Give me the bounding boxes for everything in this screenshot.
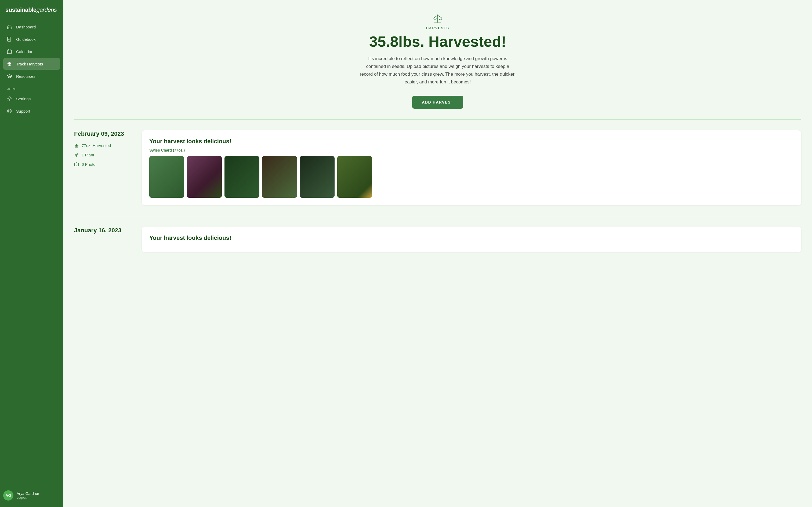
app-logo: sustainablegardens <box>0 0 63 21</box>
harvest-photo[interactable] <box>187 156 222 198</box>
main-content: HARVESTS 35.8lbs. Harvested! It's incred… <box>63 0 812 507</box>
sidebar-item-label: Support <box>16 109 30 113</box>
card-title: Your harvest looks delicious! <box>149 234 794 241</box>
add-harvest-button[interactable]: ADD HARVEST <box>412 96 463 109</box>
harvest-date: February 09, 2023 <box>74 130 133 137</box>
hero-section: HARVESTS 35.8lbs. Harvested! It's incred… <box>63 0 812 119</box>
logout-link[interactable]: Logout <box>17 496 39 500</box>
harvest-card: Your harvest looks delicious! Swiss Char… <box>142 130 801 205</box>
sidebar-item-resources[interactable]: Resources <box>3 70 60 82</box>
sidebar-item-label: Resources <box>16 74 36 78</box>
hero-title: 35.8lbs. Harvested! <box>74 33 801 50</box>
harvest-photo[interactable] <box>224 156 259 198</box>
sidebar-item-guidebook[interactable]: Guidebook <box>3 33 60 45</box>
svg-rect-0 <box>9 27 10 29</box>
harvest-plants: 1 Plant <box>82 153 94 157</box>
svg-rect-2 <box>7 50 11 54</box>
sidebar-item-label: Calendar <box>16 49 33 54</box>
harvest-entry: January 16, 2023 Your harvest looks deli… <box>74 216 801 263</box>
harvest-meta: January 16, 2023 <box>74 227 133 252</box>
sidebar-item-label: Dashboard <box>16 25 36 29</box>
sidebar-item-label: Track Harvests <box>16 62 43 66</box>
calendar-icon <box>6 49 12 54</box>
sidebar-item-track-harvests[interactable]: Track Harvests <box>3 58 60 70</box>
svg-point-5 <box>9 98 10 100</box>
svg-point-13 <box>76 164 77 165</box>
harvests-icon <box>74 13 801 24</box>
svg-rect-1 <box>7 37 11 41</box>
sidebar-item-calendar[interactable]: Calendar <box>3 46 60 57</box>
harvest-meta: February 09, 2023 77oz. Harvested <box>74 130 133 205</box>
harvest-entry: February 09, 2023 77oz. Harvested <box>74 120 801 216</box>
harvest-photos-stat: 6 Photo <box>74 162 133 167</box>
plant-tag: Swiss Chard (77oz.) <box>149 148 794 152</box>
sidebar-item-support[interactable]: Support <box>3 105 60 117</box>
harvest-card: Your harvest looks delicious! <box>142 227 801 252</box>
sidebar-item-label: Settings <box>16 97 31 101</box>
user-name: Arya Gardner <box>17 492 39 496</box>
mortarboard-icon <box>6 73 12 79</box>
main-nav: Dashboard Guidebook Calendar <box>0 21 63 486</box>
harvest-plants-stat: 1 Plant <box>74 152 133 158</box>
harvest-photos: 6 Photo <box>82 162 96 167</box>
svg-point-7 <box>9 110 10 112</box>
section-label: HARVESTS <box>74 26 801 30</box>
harvest-photo[interactable] <box>337 156 372 198</box>
logo-italic: gardens <box>37 6 57 13</box>
plant-icon <box>74 152 79 158</box>
harvest-photo[interactable] <box>149 156 184 198</box>
svg-rect-12 <box>74 163 79 166</box>
hero-description: It's incredible to reflect on how much k… <box>360 55 516 86</box>
harvest-entries-list: February 09, 2023 77oz. Harvested <box>63 120 812 274</box>
sidebar-item-label: Guidebook <box>16 37 36 42</box>
logo-bold: sustainable <box>5 6 37 13</box>
lifering-icon <box>6 108 12 114</box>
book-icon <box>6 36 12 42</box>
harvest-date: January 16, 2023 <box>74 227 133 234</box>
avatar: AG <box>3 490 13 501</box>
sidebar: sustainablegardens Dashboard Guidebook <box>0 0 63 507</box>
photos-grid <box>149 156 794 198</box>
more-section-label: MORE <box>3 82 60 93</box>
sidebar-item-settings[interactable]: Settings <box>3 93 60 105</box>
scale-icon <box>6 61 12 67</box>
photo-icon <box>74 162 79 167</box>
gear-icon <box>6 96 12 102</box>
sidebar-footer: AG Arya Gardner Logout <box>0 486 63 507</box>
harvest-photo[interactable] <box>300 156 335 198</box>
sidebar-item-dashboard[interactable]: Dashboard <box>3 21 60 33</box>
home-icon <box>6 24 12 30</box>
harvest-weight: 77oz. Harvested <box>82 143 111 148</box>
harvest-weight-stat: 77oz. Harvested <box>74 143 133 148</box>
weight-icon <box>74 143 79 148</box>
harvest-photo[interactable] <box>262 156 297 198</box>
card-title: Your harvest looks delicious! <box>149 138 794 145</box>
